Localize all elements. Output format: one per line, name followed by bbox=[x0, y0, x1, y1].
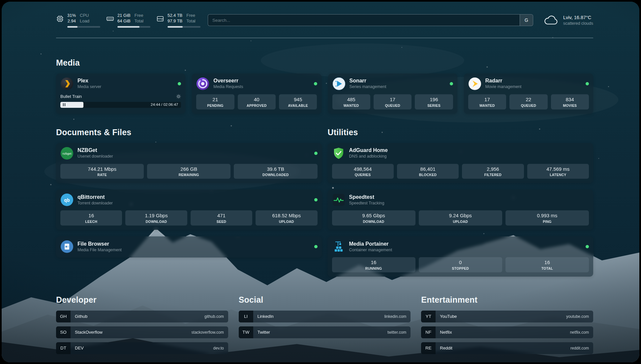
memory-total-label: Total bbox=[135, 18, 143, 24]
nzbget-icon: nzbget bbox=[60, 147, 74, 160]
stat-ping: 0.993 ms PING bbox=[505, 210, 589, 226]
service-stats: 21 PENDING 40 APPROVED 945 AVAILABLE bbox=[196, 94, 317, 109]
memory-free-label: Free bbox=[135, 13, 143, 18]
service-card-overseerr[interactable]: Overseerr Media Requests 21 PENDING 40 A… bbox=[192, 74, 321, 114]
overseerr-icon bbox=[196, 77, 209, 90]
bookmark-linkedin[interactable]: LI LinkedIn linkedin.com bbox=[239, 311, 411, 322]
portainer-icon bbox=[332, 240, 345, 253]
settings-gear-icon[interactable] bbox=[176, 94, 181, 99]
service-description: Torrent downloader bbox=[77, 201, 113, 206]
bookmark-label: StackOverflow bbox=[75, 330, 103, 335]
service-name: Media Portainer bbox=[349, 241, 392, 247]
stat-running: 16 RUNNING bbox=[332, 257, 415, 272]
now-playing-title: Bullet Train bbox=[60, 94, 173, 99]
section-title-utilities: Utilities bbox=[328, 128, 594, 137]
search-provider-button[interactable]: G bbox=[520, 15, 533, 26]
service-card-adguard[interactable]: AdGuard Home DNS and adblocking 498,564 … bbox=[328, 143, 594, 183]
stat-available: 945 AVAILABLE bbox=[279, 94, 317, 109]
service-stats: 16 LEECH 1.19 Gbps DOWNLOAD 471 SEED bbox=[60, 210, 318, 226]
stat-series: 196 SERIES bbox=[415, 94, 453, 109]
stat-queued: 17 QUEUED bbox=[374, 94, 412, 109]
bookmark-abbr: LI bbox=[239, 311, 253, 322]
cpu-chip-icon bbox=[56, 15, 64, 23]
stat-wanted: 485 WANTED bbox=[332, 94, 370, 109]
service-name: AdGuard Home bbox=[349, 147, 388, 154]
bookmark-reddit[interactable]: RE Reddit reddit.com bbox=[421, 342, 593, 354]
service-stats: 498,564 QUERIES 86,401 BLOCKED 2,956 FIL… bbox=[332, 164, 589, 179]
search-bar: G bbox=[208, 14, 533, 26]
bookmark-label: DEV bbox=[75, 346, 84, 350]
section-title-documents: Documents & Files bbox=[56, 128, 322, 137]
service-name: Speedtest bbox=[349, 194, 384, 200]
memory-progress-bar bbox=[117, 26, 150, 28]
status-indicator bbox=[314, 245, 318, 248]
status-indicator bbox=[450, 82, 453, 85]
bookmark-url: youtube.com bbox=[566, 314, 589, 319]
bookmark-url: reddit.com bbox=[570, 346, 589, 350]
status-indicator bbox=[314, 82, 317, 85]
status-indicator bbox=[586, 82, 589, 85]
bookmark-group-social: Social LI LinkedIn linkedin.com TW Twitt… bbox=[239, 295, 411, 354]
pause-icon[interactable] bbox=[63, 103, 65, 106]
bookmark-twitter[interactable]: TW Twitter twitter.com bbox=[239, 326, 411, 338]
stat-approved: 40 APPROVED bbox=[238, 94, 276, 109]
cpu-widget: 31% 2.94 CPU Load bbox=[56, 13, 100, 28]
cloud-icon bbox=[543, 14, 559, 26]
memory-icon bbox=[106, 15, 114, 23]
bookmark-netflix[interactable]: NF Netflix netflix.com bbox=[421, 326, 593, 338]
plex-progress-bar[interactable]: 24:44 / 02:06:47 bbox=[60, 102, 181, 108]
status-indicator bbox=[178, 82, 181, 85]
bookmark-url: twitter.com bbox=[387, 330, 406, 335]
bookmark-label: Twitter bbox=[258, 330, 270, 335]
cpu-label: CPU bbox=[80, 13, 89, 18]
stat-stopped: 0 STOPPED bbox=[419, 257, 502, 272]
stat-downloaded: 39.6 TB DOWNLOADED bbox=[234, 164, 317, 179]
bookmark-group-title: Entertainment bbox=[421, 295, 593, 305]
stat-rate: 744.21 Mbps RATE bbox=[60, 164, 144, 179]
bookmark-dev[interactable]: DT DEV dev.to bbox=[56, 342, 228, 354]
bookmark-abbr: GH bbox=[56, 311, 71, 322]
service-card-filebrowser[interactable]: File Browser Media File Management bbox=[56, 236, 322, 258]
cpu-progress-bar bbox=[67, 26, 100, 28]
service-card-portainer[interactable]: Media Portainer Container management 16 … bbox=[328, 236, 594, 277]
playback-time: 24:44 / 02:06:47 bbox=[151, 103, 178, 106]
service-name: File Browser bbox=[77, 241, 122, 247]
service-card-plex[interactable]: Plex Media server Bullet Train bbox=[56, 74, 185, 114]
bookmark-abbr: SO bbox=[56, 326, 71, 338]
service-card-nzbget[interactable]: nzbget NZBGet Usenet downloader 74 bbox=[56, 143, 322, 183]
stat-movies: 834 MOVIES bbox=[551, 94, 589, 109]
service-description: Usenet downloader bbox=[77, 154, 113, 159]
bookmark-youtube[interactable]: YT YouTube youtube.com bbox=[421, 311, 593, 322]
service-name: Plex bbox=[77, 77, 101, 84]
disk-total-label: Total bbox=[186, 18, 195, 24]
search-input[interactable] bbox=[208, 15, 520, 26]
bookmark-label: LinkedIn bbox=[258, 314, 274, 319]
service-card-sonarr[interactable]: Sonarr Series management 485 WANTED 17 Q… bbox=[328, 74, 457, 114]
disk-progress-bar bbox=[168, 26, 200, 28]
bookmark-abbr: YT bbox=[421, 311, 436, 322]
speedtest-icon bbox=[332, 193, 345, 206]
bookmark-group-developer: Developer GH Github github.com SO StackO… bbox=[56, 295, 228, 354]
service-card-qbittorrent[interactable]: qb qBittorrent Torrent downloader bbox=[56, 190, 322, 230]
bookmark-label: Reddit bbox=[440, 346, 452, 350]
bookmark-group-title: Developer bbox=[56, 295, 228, 305]
service-card-radarr[interactable]: Radarr Movie management 17 WANTED 22 QUE… bbox=[464, 74, 593, 114]
weather-widget: Lviv, 16.87°C scattered clouds bbox=[543, 14, 593, 26]
status-indicator bbox=[586, 245, 589, 248]
bookmark-label: Github bbox=[75, 314, 87, 319]
bookmark-url: linkedin.com bbox=[384, 314, 407, 319]
bookmark-github[interactable]: GH Github github.com bbox=[56, 311, 228, 322]
disk-icon bbox=[156, 15, 164, 23]
bookmark-abbr: NF bbox=[421, 326, 436, 338]
disk-free-value: 52.4 TB bbox=[168, 13, 182, 18]
bookmark-abbr: DT bbox=[56, 342, 71, 354]
bookmark-group-entertainment: Entertainment YT YouTube youtube.com NF … bbox=[421, 295, 593, 354]
bookmark-url: netflix.com bbox=[570, 330, 589, 335]
memory-total-value: 64 GiB bbox=[117, 18, 131, 24]
bookmark-stackoverflow[interactable]: SO StackOverflow stackoverflow.com bbox=[56, 326, 228, 338]
memory-free-value: 21 GiB bbox=[117, 13, 131, 18]
bookmark-url: dev.to bbox=[213, 346, 224, 350]
svg-text:qb: qb bbox=[64, 197, 70, 203]
service-card-speedtest[interactable]: Speedtest Speedtest Tracking 9.65 Gbps D… bbox=[328, 190, 594, 230]
service-name: Overseerr bbox=[213, 77, 243, 84]
